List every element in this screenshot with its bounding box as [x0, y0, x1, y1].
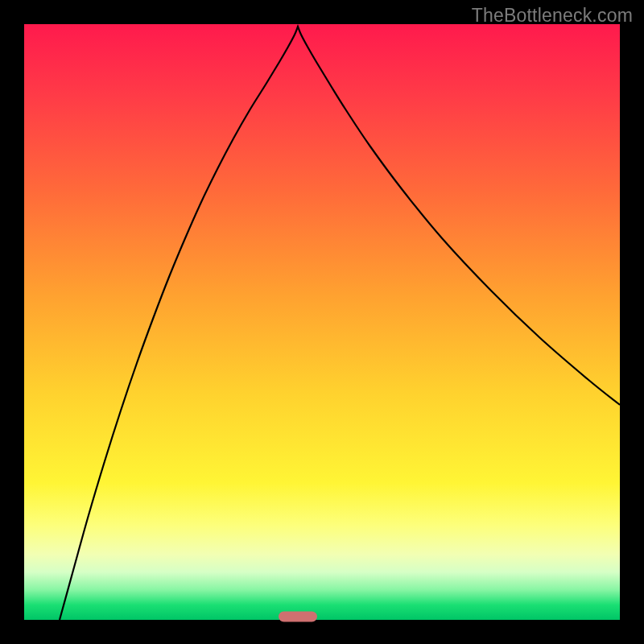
watermark-text: TheBottleneck.com — [472, 5, 633, 27]
chart-container: TheBottleneck.com — [0, 0, 644, 644]
optimum-marker — [279, 611, 317, 621]
bottleneck-curve — [24, 24, 620, 620]
plot-area — [24, 24, 620, 620]
